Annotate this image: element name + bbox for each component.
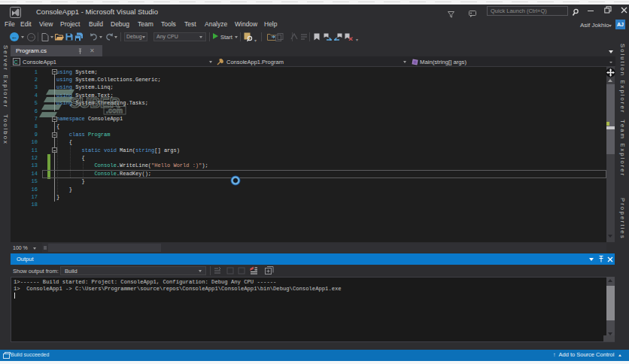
svg-text:C: C bbox=[14, 59, 18, 65]
svg-text:.com: .com bbox=[106, 106, 123, 114]
